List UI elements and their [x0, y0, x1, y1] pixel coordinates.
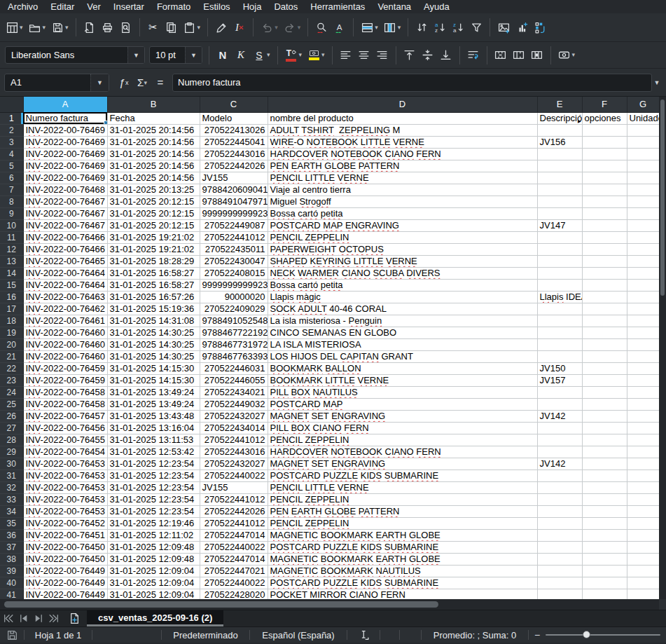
cell-E36[interactable]	[537, 529, 582, 541]
row-header-41[interactable]: 41	[0, 589, 23, 599]
unmerge-cells-button[interactable]	[528, 47, 546, 64]
cell-F7[interactable]	[582, 184, 627, 196]
cell-A11[interactable]: INV-2022-00-76466	[23, 231, 107, 243]
text-language[interactable]: Español (España)	[250, 627, 347, 643]
cell-G30[interactable]	[627, 458, 659, 470]
go-previous-button[interactable]	[15, 610, 31, 626]
cell-D4[interactable]: HARDCOVER NOTEBOOK CIANO FERN	[268, 148, 537, 160]
cell-E3[interactable]: JV156	[537, 136, 582, 148]
cell-E13[interactable]	[537, 255, 582, 267]
spelling-button[interactable]: A	[331, 19, 349, 36]
cell-G17[interactable]	[627, 303, 659, 315]
cell-E22[interactable]: JV150	[537, 362, 582, 374]
cell-G33[interactable]	[627, 493, 659, 505]
function-wizard-icon[interactable]: ƒx	[117, 74, 131, 91]
italic-button[interactable]: K	[232, 47, 250, 64]
cell-G34[interactable]	[627, 505, 659, 517]
zoom-control[interactable]: −	[529, 627, 666, 643]
cell-C14[interactable]: 270522408015	[200, 267, 268, 279]
cell-G2[interactable]	[627, 124, 659, 136]
formula-icon[interactable]: =	[153, 74, 167, 91]
align-left-button[interactable]	[337, 47, 355, 64]
cell-C4[interactable]: 270522443016	[200, 148, 268, 160]
cell-A22[interactable]: INV-2022-00-76459	[23, 362, 107, 374]
row-header-38[interactable]: 38	[0, 553, 23, 565]
cell-B41[interactable]: 31-01-2025 12:09:04	[107, 589, 200, 599]
cell-A2[interactable]: INV-2022-00-76469	[23, 124, 107, 136]
font-size-value[interactable]: 10 pt	[150, 47, 185, 63]
cell-C2[interactable]: 270522413026	[200, 124, 268, 136]
cell-D12[interactable]: PAPERWEIGHT OCTOPUS	[268, 243, 537, 255]
cell-D23[interactable]: BOOKMARK LITTLE VERNE	[268, 374, 537, 386]
cell-C28[interactable]: 270522441012	[200, 434, 268, 446]
cell-E28[interactable]	[537, 434, 582, 446]
cell-C10[interactable]: 270522449087	[200, 219, 268, 231]
cell-E6[interactable]	[537, 172, 582, 184]
cell-E31[interactable]	[537, 470, 582, 481]
font-color-button[interactable]: T▾	[282, 47, 305, 64]
row-header-16[interactable]: 16	[0, 291, 23, 303]
cell-E37[interactable]	[537, 541, 582, 553]
row-header-37[interactable]: 37	[0, 541, 23, 553]
cell-F3[interactable]	[582, 136, 627, 148]
cell-D9[interactable]: Bossa cartó petita	[268, 207, 537, 219]
print-preview-button[interactable]	[117, 19, 135, 36]
cell-E19[interactable]	[537, 327, 582, 338]
cell-A1[interactable]: Numero factura	[23, 112, 107, 124]
insert-chart-button[interactable]	[513, 19, 531, 36]
cell-A19[interactable]: INV-2022-00-76460	[23, 327, 107, 338]
cell-C35[interactable]: 270522441012	[200, 517, 268, 529]
sort-descending-button[interactable]: za	[449, 19, 467, 36]
cell-B29[interactable]: 31-01-2025 12:53:42	[107, 446, 200, 458]
cell-D5[interactable]: PEN EARTH GLOBE PATTERN	[268, 160, 537, 172]
cell-D19[interactable]: CINCO SEMANAS EN GLOBO	[268, 327, 537, 338]
cell-F9[interactable]	[582, 207, 627, 219]
cell-D31[interactable]: POSTCARD PUZZLE KIDS SUBMARINE	[268, 470, 537, 481]
cell-F5[interactable]	[582, 160, 627, 172]
cell-A25[interactable]: INV-2022-00-76458	[23, 398, 107, 410]
cell-A34[interactable]: INV-2022-00-76453	[23, 505, 107, 517]
cell-A39[interactable]: INV-2022-00-76449	[23, 565, 107, 577]
cell-D8[interactable]: Miguel Strogoff	[268, 196, 537, 207]
go-last-button[interactable]	[46, 610, 62, 626]
cell-C39[interactable]: 270522447021	[200, 565, 268, 577]
cell-F18[interactable]	[582, 315, 627, 327]
cell-F4[interactable]	[582, 148, 627, 160]
cell-D20[interactable]: LA ISLA MISTERIOSA	[268, 338, 537, 350]
cell-F33[interactable]	[582, 493, 627, 505]
cell-F38[interactable]	[582, 553, 627, 565]
align-bottom-button[interactable]	[437, 47, 455, 64]
cell-D34[interactable]: PEN EARTH GLOBE PATTERN	[268, 505, 537, 517]
cell-E32[interactable]	[537, 481, 582, 493]
insert-columns-dropdown-icon[interactable]: ▾	[398, 25, 401, 31]
cell-B18[interactable]: 31-01-2025 14:31:08	[107, 315, 200, 327]
row-header-7[interactable]: 7	[0, 184, 23, 196]
sum-icon[interactable]: Σ ▾	[135, 74, 149, 91]
cell-G12[interactable]	[627, 243, 659, 255]
cell-B40[interactable]: 31-01-2025 12:09:04	[107, 577, 200, 589]
cell-C36[interactable]: 270522447014	[200, 529, 268, 541]
underline-button[interactable]: S▾	[250, 47, 273, 64]
column-header-A[interactable]: A	[23, 97, 107, 112]
cell-E21[interactable]	[537, 350, 582, 362]
row-header-20[interactable]: 20	[0, 338, 23, 350]
cut-button[interactable]: ✂	[144, 19, 162, 36]
cell-F10[interactable]	[582, 219, 627, 231]
align-right-button[interactable]	[373, 47, 391, 64]
row-header-40[interactable]: 40	[0, 577, 23, 589]
cell-B8[interactable]: 31-01-2025 20:12:15	[107, 196, 200, 207]
cell-A18[interactable]: INV-2022-00-76461	[23, 315, 107, 327]
cell-C9[interactable]: 9999999999923	[200, 207, 268, 219]
row-header-21[interactable]: 21	[0, 350, 23, 362]
menu-insertar[interactable]: Insertar	[107, 1, 151, 13]
cell-C11[interactable]: 270522441012	[200, 231, 268, 243]
cell-E29[interactable]	[537, 446, 582, 458]
row-header-39[interactable]: 39	[0, 565, 23, 577]
cell-E41[interactable]	[537, 589, 582, 599]
menu-ver[interactable]: Ver	[81, 1, 107, 13]
cell-D1[interactable]: nombre del producto	[268, 112, 537, 124]
paste-dropdown-icon[interactable]: ▾	[197, 25, 201, 31]
name-box-dropdown-icon[interactable]: ▼	[90, 74, 109, 91]
cell-B19[interactable]: 31-01-2025 14:30:25	[107, 327, 200, 338]
cell-C16[interactable]: 90000020	[200, 291, 268, 303]
